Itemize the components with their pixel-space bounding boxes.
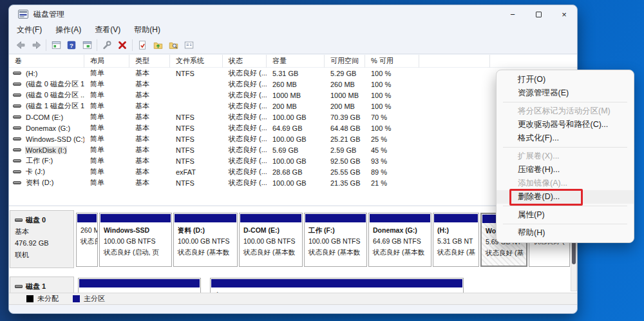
- menu-action[interactable]: 操作(A): [50, 23, 87, 37]
- volume-list-pane: 卷 布局 类型 文件系统 状态 容量 可用空间 % 可用 (H:)简单基本NTF…: [9, 55, 577, 205]
- legend-bar: 未分配 主分区: [9, 293, 577, 305]
- window-title: 磁盘管理: [33, 9, 64, 20]
- disk0-label[interactable]: 磁盘 0 基本 476.92 GB 联机: [10, 210, 74, 268]
- volume-list-header: 卷 布局 类型 文件系统 状态 容量 可用空间 % 可用: [9, 55, 577, 68]
- partition-box[interactable]: (H:)5.31 GB NT状态良好 (基: [433, 213, 479, 267]
- menu-item-help[interactable]: 帮助(H): [497, 226, 634, 240]
- forward-icon[interactable]: [28, 38, 44, 52]
- column-header-capacity[interactable]: 容量: [267, 55, 325, 68]
- disk-icon: [15, 219, 23, 222]
- table-row[interactable]: 卡 (J:)简单基本exFAT状态良好 (...28.68 GB25.55 GB…: [9, 166, 577, 177]
- folder-search-icon[interactable]: [166, 38, 181, 52]
- table-row[interactable]: (磁盘 1 磁盘分区 1)简单基本状态良好 (...200 MB200 MB10…: [9, 101, 577, 112]
- partition-box[interactable]: 资料 (D:)100.00 GB NTFS状态良好 (基本数: [173, 213, 238, 267]
- properties-list-icon[interactable]: [181, 38, 196, 52]
- wrench-icon[interactable]: [99, 38, 115, 52]
- menu-item-properties[interactable]: 属性(P): [497, 208, 634, 222]
- primary-partition-bar: [434, 214, 478, 222]
- column-header-free[interactable]: 可用空间: [325, 55, 365, 68]
- table-row[interactable]: Donemax (G:)简单基本NTFS状态良好 (...64.69 GB64.…: [9, 122, 577, 133]
- menu-separator: [503, 147, 627, 148]
- folder-up-icon[interactable]: [150, 38, 166, 52]
- column-header-pct[interactable]: % 可用: [365, 55, 419, 68]
- legend-unallocated: 未分配: [26, 294, 59, 304]
- maximize-button[interactable]: [526, 5, 551, 23]
- primary-partition-bar: [305, 214, 366, 222]
- menu-separator: [503, 206, 627, 206]
- partition-box[interactable]: 260 M状态良: [76, 213, 98, 267]
- volume-context-menu: 打开(O) 资源管理器(E) 将分区标记为活动分区(M) 更改驱动器号和路径(C…: [496, 70, 634, 243]
- table-row[interactable]: Windows-SSD (C:)简单基本NTFS状态良好 (...100.00 …: [9, 133, 577, 144]
- column-header-status[interactable]: 状态: [223, 55, 267, 68]
- table-row[interactable]: (磁盘 0 磁盘分区 1)简单基本状态良好 (...260 MB260 MB10…: [9, 79, 577, 90]
- volume-icon: [13, 115, 21, 119]
- column-header-layout[interactable]: 布局: [84, 55, 129, 68]
- show-console-icon[interactable]: [79, 38, 95, 52]
- svg-text:?: ?: [70, 41, 73, 48]
- toolbar: ?: [9, 36, 577, 54]
- column-header-filesystem[interactable]: 文件系统: [170, 55, 223, 68]
- primary-partition-bar: [240, 214, 301, 222]
- back-icon[interactable]: [13, 38, 28, 52]
- volume-icon: [13, 104, 21, 108]
- menu-item-change-letter[interactable]: 更改驱动器号和路径(C)...: [497, 118, 634, 131]
- disk0-type: 基本: [15, 226, 73, 237]
- menu-item-delete-volume[interactable]: 删除卷(D)...: [497, 190, 634, 204]
- primary-partition-bar: [175, 214, 236, 222]
- volume-icon: [13, 72, 21, 75]
- volume-icon: [13, 181, 21, 184]
- partition-box[interactable]: 工作 (F:)100.00 GB NTFS状态良好 (基本数: [304, 213, 367, 267]
- table-row-selected[interactable]: WorkDisk (I:)简单基本NTFS状态良好 (...5.69 GB2.5…: [9, 144, 577, 155]
- doc-check-icon[interactable]: [135, 38, 150, 52]
- primary-partition-bar: [211, 279, 462, 287]
- primary-partition-bar: [100, 214, 171, 222]
- minimize-button[interactable]: −: [500, 5, 526, 23]
- console-tree-icon[interactable]: [48, 38, 64, 52]
- menu-bar: 文件(F) 操作(A) 查看(V) 帮助(H): [9, 23, 577, 36]
- disk0-size: 476.92 GB: [15, 237, 73, 249]
- table-row[interactable]: D-COM (E:)简单基本NTFS状态良好 (...100.00 GB70.3…: [9, 112, 577, 122]
- disk-icon: [15, 285, 23, 288]
- menu-item-open[interactable]: 打开(O): [497, 73, 634, 86]
- volume-icon: [13, 148, 21, 151]
- volume-icon: [13, 93, 21, 97]
- menu-file[interactable]: 文件(F): [11, 23, 48, 37]
- menu-item-add-mirror: 添加镜像(A)...: [497, 177, 634, 190]
- unallocated-swatch: [26, 295, 33, 302]
- volume-icon: [13, 170, 21, 173]
- table-row[interactable]: 工作 (F:)简单基本NTFS状态良好 (...100.00 GB92.50 G…: [9, 155, 577, 166]
- column-header-type[interactable]: 类型: [129, 55, 170, 68]
- legend-primary-partition: 主分区: [73, 294, 105, 304]
- close-button[interactable]: ×: [551, 5, 577, 23]
- help-icon[interactable]: ?: [64, 38, 79, 52]
- volume-icon: [13, 126, 21, 130]
- menu-item-mark-active: 将分区标记为活动分区(M): [497, 104, 634, 118]
- volume-icon: [13, 137, 21, 141]
- desktop: { "window": { "title": "磁盘管理", "controls…: [0, 0, 644, 321]
- partition-box[interactable]: D-COM (E:)100.00 GB NTFS状态良好 (基本数: [239, 213, 303, 267]
- disk1-label[interactable]: 磁盘 1 可移动: [10, 277, 74, 293]
- menu-help[interactable]: 帮助(H): [128, 23, 166, 37]
- menu-item-shrink-volume[interactable]: 压缩卷(H)...: [497, 163, 634, 177]
- primary-partition-swatch: [73, 295, 80, 302]
- table-row[interactable]: (H:)简单基本NTFS状态良好 (...5.31 GB5.29 GB100 %: [9, 68, 577, 79]
- volume-rows: (H:)简单基本NTFS状态良好 (...5.31 GB5.29 GB100 %…: [9, 68, 577, 188]
- table-row[interactable]: (磁盘 0 磁盘分区 ...简单基本状态良好 (...1000 MB1000 M…: [9, 90, 577, 101]
- menu-item-explorer[interactable]: 资源管理器(E): [497, 86, 634, 100]
- column-header-volume[interactable]: 卷: [9, 55, 84, 68]
- partition-box[interactable]: Windows-SSD100.00 GB NTFS状态良好 (启动, 页: [99, 213, 172, 267]
- table-row[interactable]: 资料 (D:)简单基本NTFS状态良好 (...100.00 GB21.35 G…: [9, 177, 577, 188]
- partition-box[interactable]: Donemax (G:)64.69 GB NTFS状态良好 (基本数: [368, 213, 431, 267]
- maximize-icon: [536, 12, 542, 17]
- toolbar-separator: [97, 39, 97, 51]
- scrollbar-thumb[interactable]: [572, 240, 576, 264]
- menu-item-extend-volume: 扩展卷(X)...: [497, 150, 634, 163]
- delete-x-icon[interactable]: [115, 38, 130, 52]
- toolbar-separator: [132, 39, 133, 51]
- menu-separator: [503, 102, 627, 102]
- toolbar-separator: [46, 39, 46, 51]
- menu-item-format[interactable]: 格式化(F)...: [497, 131, 634, 145]
- title-bar: 磁盘管理 − ×: [9, 5, 577, 23]
- primary-partition-bar: [79, 279, 200, 287]
- menu-view[interactable]: 查看(V): [89, 23, 126, 37]
